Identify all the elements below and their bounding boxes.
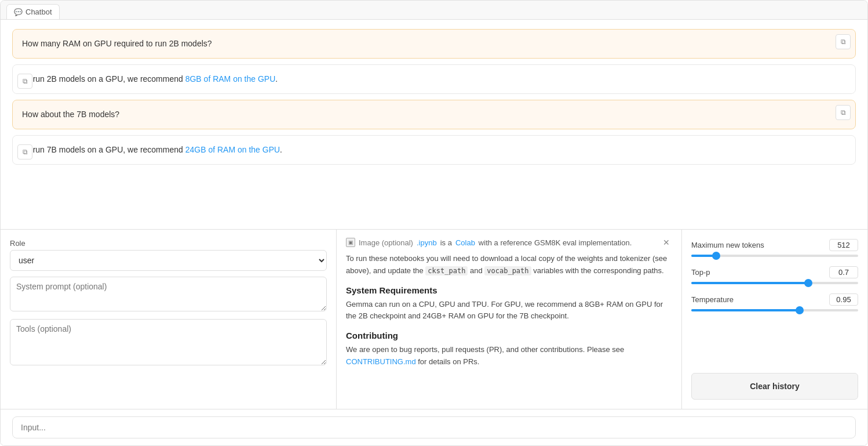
top-p-track <box>691 282 858 284</box>
tools-field <box>10 319 327 367</box>
input-area <box>1 409 867 445</box>
sys-req-heading: System Requirements <box>346 285 672 295</box>
message-text-4: To run 7B models on a GPU, we recommend … <box>22 145 282 154</box>
ckpt-path-code: ckst_path <box>425 266 468 275</box>
max-tokens-label: Maximum new tokens <box>691 241 764 249</box>
role-select[interactable]: user assistant system <box>10 250 327 271</box>
bottom-panel: Role user assistant system ▣ Image (opti… <box>1 229 867 409</box>
left-column: Role user assistant system <box>1 230 337 409</box>
is-a-text: is a <box>440 238 452 247</box>
chat-input[interactable] <box>12 416 856 438</box>
copy-icon-2: ⧉ <box>23 77 28 85</box>
max-tokens-track <box>691 255 858 257</box>
role-label: Role <box>10 239 327 248</box>
contributing-heading: Contributing <box>346 331 672 340</box>
ipynb-link[interactable]: .ipynb <box>417 238 437 247</box>
sys-req-text: Gemma can run on a CPU, GPU and TPU. For… <box>346 299 672 323</box>
tools-textarea[interactable] <box>10 319 327 365</box>
system-prompt-textarea[interactable] <box>10 277 327 311</box>
chatbot-tab[interactable]: 💬 Chatbot <box>6 4 60 19</box>
colab-link[interactable]: Colab <box>455 238 475 247</box>
temperature-thumb[interactable] <box>796 306 804 314</box>
close-image-button[interactable]: ✕ <box>661 237 672 248</box>
message-text-3: How about the 7B models? <box>22 110 119 119</box>
message-text-2: To run 2B models on a GPU, we recommend … <box>22 74 278 84</box>
message-user-2: How about the 7B models? ⧉ <box>12 100 856 129</box>
top-p-value: 0.7 <box>829 266 858 278</box>
copy-button-3[interactable]: ⧉ <box>836 105 851 120</box>
copy-icon-1: ⧉ <box>841 38 846 46</box>
mid-column: ▣ Image (optional) .ipynb is a Colab wit… <box>337 230 682 409</box>
right-column: Maximum new tokens 512 Top-p 0.7 <box>682 230 867 409</box>
vocab-path-code: vocab_path <box>484 266 531 275</box>
copy-icon-4: ⧉ <box>23 148 28 156</box>
top-p-label: Top-p <box>691 268 710 277</box>
clear-history-button[interactable]: Clear history <box>691 373 858 400</box>
copy-icon-3: ⧉ <box>841 108 846 117</box>
sys-req-highlight: 8GB+ RAM <box>585 300 623 309</box>
top-p-thumb[interactable] <box>804 279 812 287</box>
highlight-8gb: 8GB of RAM on the GPU <box>185 74 276 84</box>
message-text-1: How many RAM on GPU required to run 2B m… <box>22 39 212 48</box>
temperature-header: Temperature 0.95 <box>691 293 858 306</box>
image-bar: ▣ Image (optional) .ipynb is a Colab wit… <box>346 237 672 248</box>
app-container: 💬 Chatbot How many RAM on GPU required t… <box>0 0 868 446</box>
contributing-link[interactable]: CONTRIBUTING.md <box>346 357 416 366</box>
chat-area: How many RAM on GPU required to run 2B m… <box>1 20 867 229</box>
with-ref-text: with a reference GSM8K eval implementati… <box>479 238 632 247</box>
message-user-1: How many RAM on GPU required to run 2B m… <box>12 29 856 59</box>
temperature-label: Temperature <box>691 295 734 304</box>
copy-button-4[interactable]: ⧉ <box>17 144 32 159</box>
top-p-header: Top-p 0.7 <box>691 266 858 278</box>
message-assistant-1: To run 2B models on a GPU, we recommend … <box>12 64 856 94</box>
contributing-text: We are open to bug reports, pull request… <box>346 344 672 368</box>
role-field: Role user assistant system <box>10 239 327 271</box>
top-p-param: Top-p 0.7 <box>691 266 858 284</box>
max-tokens-thumb[interactable] <box>712 252 720 260</box>
max-tokens-header: Maximum new tokens 512 <box>691 239 858 251</box>
copy-button-1[interactable]: ⧉ <box>836 34 851 49</box>
tab-bar: 💬 Chatbot <box>1 1 867 20</box>
image-label: Image (optional) <box>359 238 413 247</box>
temperature-track <box>691 309 858 311</box>
copy-button-2[interactable]: ⧉ <box>17 74 32 89</box>
top-p-fill <box>691 282 808 284</box>
max-tokens-value: 512 <box>829 239 858 251</box>
highlight-24gb: 24GB of RAM on the GPU <box>185 145 280 154</box>
temperature-value: 0.95 <box>829 293 858 306</box>
context-paragraph-1: To run these notebooks you will need to … <box>346 253 672 277</box>
max-tokens-param: Maximum new tokens 512 <box>691 239 858 257</box>
system-prompt-field <box>10 277 327 313</box>
image-icon: ▣ <box>346 238 355 247</box>
message-assistant-2: To run 7B models on a GPU, we recommend … <box>12 135 856 165</box>
chatbot-icon: 💬 <box>14 8 23 16</box>
temperature-param: Temperature 0.95 <box>691 293 858 311</box>
chatbot-tab-label: Chatbot <box>25 8 52 16</box>
temperature-fill <box>691 309 800 311</box>
